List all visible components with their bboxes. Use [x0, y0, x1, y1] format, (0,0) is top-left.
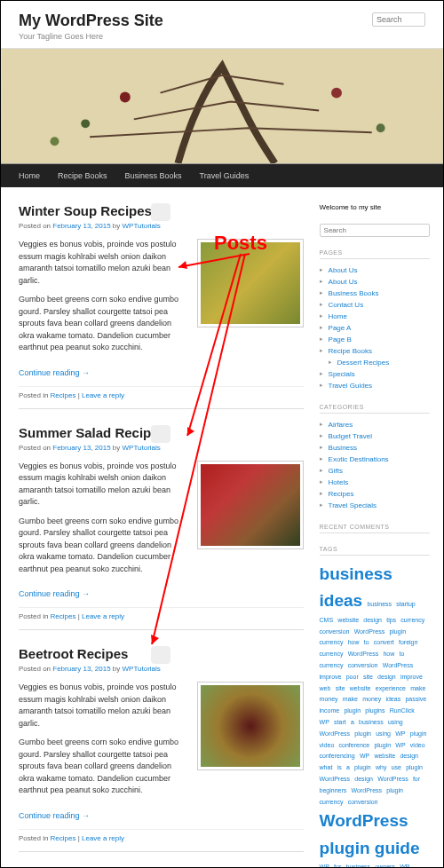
- tag-link[interactable]: WordPress: [352, 787, 383, 793]
- category-link[interactable]: Recipes: [51, 612, 76, 620]
- tag-link[interactable]: plugin: [389, 628, 406, 635]
- search-input[interactable]: [372, 12, 425, 27]
- nav-item[interactable]: Travel Guides: [191, 164, 258, 187]
- tag-link[interactable]: plugins: [365, 707, 385, 714]
- tag-link[interactable]: passive: [405, 696, 426, 702]
- tag-link[interactable]: currency: [320, 639, 344, 645]
- category-link[interactable]: Recipes: [51, 834, 76, 842]
- page-link[interactable]: About Us: [329, 266, 358, 274]
- reply-link[interactable]: Leave a reply: [82, 391, 124, 399]
- tag-link[interactable]: plugin: [406, 764, 423, 770]
- tag-link[interactable]: tips: [386, 617, 396, 623]
- tag-link[interactable]: plugin: [410, 730, 427, 737]
- tag-link[interactable]: design: [363, 617, 382, 623]
- tag-link[interactable]: using: [376, 730, 391, 737]
- category-link[interactable]: Hotels: [329, 478, 349, 486]
- tag-link[interactable]: WP: [400, 864, 409, 868]
- page-link[interactable]: Page A: [329, 324, 352, 332]
- reply-link[interactable]: Leave a reply: [82, 834, 124, 842]
- page-link[interactable]: Business Books: [329, 289, 379, 297]
- page-link[interactable]: Specials: [329, 370, 355, 378]
- tag-link[interactable]: WordPress plugin guide: [320, 811, 420, 856]
- page-link[interactable]: Travel Guides: [329, 382, 373, 390]
- page-link[interactable]: Page B: [329, 335, 352, 343]
- category-link[interactable]: Travel Specials: [329, 501, 377, 509]
- tag-link[interactable]: for: [413, 776, 420, 782]
- post-thumbnail[interactable]: [197, 461, 304, 549]
- site-title[interactable]: My WordPress Site: [19, 12, 425, 30]
- tag-link[interactable]: site: [336, 685, 345, 691]
- category-link[interactable]: Business: [329, 444, 357, 452]
- category-link[interactable]: Gifts: [329, 467, 343, 475]
- tag-link[interactable]: conversion: [320, 628, 350, 635]
- tag-link[interactable]: plugin: [344, 707, 361, 714]
- page-link[interactable]: About Us: [329, 278, 358, 286]
- tag-link[interactable]: using: [388, 719, 403, 725]
- tag-link[interactable]: conference: [339, 742, 370, 748]
- continue-reading-link[interactable]: Continue reading →: [19, 589, 90, 598]
- tag-link[interactable]: income: [320, 707, 340, 714]
- tag-link[interactable]: website: [350, 685, 371, 691]
- tag-link[interactable]: design: [377, 674, 396, 680]
- tag-link[interactable]: website: [337, 617, 359, 623]
- tag-link[interactable]: for: [334, 864, 341, 868]
- tag-link[interactable]: WP: [395, 742, 405, 748]
- tag-link[interactable]: WP: [320, 719, 329, 725]
- tag-link[interactable]: WordPress: [320, 776, 351, 782]
- nav-item[interactable]: Business Books: [116, 164, 191, 187]
- tag-link[interactable]: make: [343, 696, 358, 702]
- post-thumbnail[interactable]: [197, 682, 304, 770]
- post-date-link[interactable]: February 13, 2015: [52, 222, 110, 230]
- category-link[interactable]: Recipes: [329, 490, 354, 498]
- tag-link[interactable]: site: [363, 674, 373, 680]
- tag-link[interactable]: improve: [400, 674, 423, 680]
- tag-link[interactable]: money: [320, 696, 338, 702]
- tag-link[interactable]: WordPress: [377, 776, 408, 782]
- tag-link[interactable]: WordPress: [348, 651, 379, 657]
- category-link[interactable]: Airfares: [329, 421, 353, 429]
- tag-link[interactable]: website: [374, 753, 395, 759]
- tag-link[interactable]: business: [345, 864, 370, 868]
- tag-link[interactable]: web: [320, 685, 331, 691]
- tag-link[interactable]: experience: [376, 685, 406, 691]
- tag-link[interactable]: video: [410, 742, 425, 748]
- reply-link[interactable]: Leave a reply: [82, 612, 124, 620]
- tag-link[interactable]: video: [320, 742, 335, 748]
- tag-link[interactable]: startup: [396, 601, 415, 607]
- post-date-link[interactable]: February 13, 2015: [52, 444, 110, 452]
- sidebar-search-input[interactable]: [320, 224, 430, 237]
- tag-link[interactable]: WordPress: [320, 730, 351, 737]
- category-link[interactable]: Budget Travel: [329, 432, 372, 440]
- tag-link[interactable]: start: [334, 719, 346, 725]
- tag-link[interactable]: plugin: [386, 787, 403, 793]
- tag-link[interactable]: beginners: [320, 787, 347, 793]
- tag-link[interactable]: how: [348, 639, 360, 645]
- tag-link[interactable]: a: [346, 764, 350, 770]
- page-link[interactable]: Contact Us: [329, 301, 364, 309]
- tag-link[interactable]: currency: [320, 651, 344, 657]
- tag-link[interactable]: convert: [374, 639, 394, 645]
- tag-link[interactable]: use: [392, 764, 401, 770]
- page-link[interactable]: Dessert Recipes: [337, 359, 390, 367]
- tag-link[interactable]: plugin: [374, 742, 391, 748]
- comment-bubble-icon[interactable]: [151, 646, 170, 664]
- tag-link[interactable]: how: [383, 651, 394, 657]
- post-date-link[interactable]: February 13, 2015: [52, 665, 110, 673]
- tag-link[interactable]: business: [359, 719, 384, 725]
- tag-link[interactable]: what: [320, 764, 333, 770]
- tag-link[interactable]: conversion: [348, 662, 378, 668]
- page-link[interactable]: Recipe Books: [329, 347, 372, 355]
- tag-link[interactable]: poor: [346, 674, 359, 680]
- tag-link[interactable]: why: [376, 764, 386, 770]
- tag-link[interactable]: RunClick: [390, 707, 415, 714]
- continue-reading-link[interactable]: Continue reading →: [19, 811, 90, 820]
- tag-link[interactable]: foreign: [399, 639, 417, 645]
- category-link[interactable]: Exotic Destinations: [329, 455, 389, 463]
- tag-link[interactable]: to: [364, 639, 369, 645]
- tag-link[interactable]: WP: [360, 753, 369, 759]
- comment-bubble-icon[interactable]: [151, 203, 170, 221]
- tag-link[interactable]: currency: [320, 662, 344, 668]
- tag-link[interactable]: business: [367, 601, 392, 607]
- comment-bubble-icon[interactable]: [151, 425, 170, 443]
- nav-item[interactable]: Recipe Books: [49, 164, 116, 187]
